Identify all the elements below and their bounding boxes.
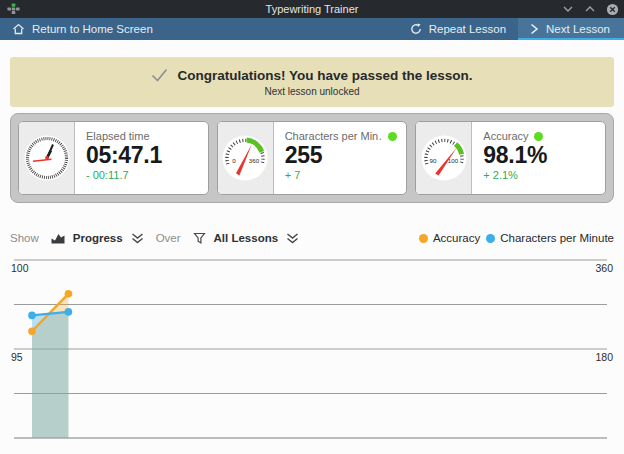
toolbar-spacer <box>165 18 398 40</box>
filter-funnel-icon <box>193 232 206 245</box>
repeat-lesson-label: Repeat Lesson <box>429 23 506 35</box>
card-delta: - 00:11.7 <box>86 169 199 181</box>
legend-accuracy-label: Accuracy <box>433 232 480 244</box>
card-delta: + 7 <box>285 169 398 181</box>
checkmark-icon <box>151 68 168 82</box>
app-icon <box>7 3 20 16</box>
next-lesson-label: Next Lesson <box>546 23 610 35</box>
status-badge <box>388 132 397 141</box>
legend-cpm-swatch <box>486 234 495 243</box>
show-label: Show <box>10 232 39 244</box>
stats-panel: Elapsed time 05:47.1 - 00:11.7 0 360 Cha… <box>10 113 614 203</box>
show-value[interactable]: Progress <box>73 232 123 244</box>
return-home-button[interactable]: Return to Home Screen <box>0 18 165 40</box>
next-lesson-button[interactable]: Next Lesson <box>518 18 624 40</box>
card-label: Characters per Min… <box>285 130 384 142</box>
window-title: Typewriting Trainer <box>0 3 624 15</box>
accuracy-card: 90 100 Accuracy 98.1% + 2.1% <box>415 121 606 195</box>
over-label: Over <box>156 232 181 244</box>
svg-text:180: 180 <box>595 351 613 363</box>
speed-gauge-icon: 0 360 <box>218 122 274 194</box>
return-home-label: Return to Home Screen <box>32 23 153 35</box>
refresh-icon <box>410 23 422 35</box>
card-value: 255 <box>285 142 398 168</box>
cpm-card: 0 360 Characters per Min… 255 + 7 <box>217 121 408 195</box>
maximize-button[interactable] <box>583 2 597 16</box>
progress-chart-icon <box>51 232 65 244</box>
card-label: Accuracy <box>483 130 528 142</box>
svg-text:100: 100 <box>11 262 29 274</box>
minimize-button[interactable] <box>561 2 575 16</box>
chart-legend: Accuracy Characters per Minute <box>419 232 614 244</box>
card-value: 98.1% <box>483 142 596 168</box>
legend-cpm-label: Characters per Minute <box>500 232 614 244</box>
banner-subtitle: Next lesson unlocked <box>264 86 359 97</box>
accuracy-gauge-icon: 90 100 <box>416 122 472 194</box>
progress-chart: 10095360180 <box>0 254 624 454</box>
card-delta: + 2.1% <box>483 169 596 181</box>
titlebar: Typewriting Trainer <box>0 0 624 18</box>
legend-accuracy: Accuracy <box>419 232 480 244</box>
repeat-lesson-button[interactable]: Repeat Lesson <box>398 18 518 40</box>
svg-text:360: 360 <box>249 157 260 164</box>
svg-text:95: 95 <box>11 351 23 363</box>
svg-text:360: 360 <box>595 262 613 274</box>
chart-controls: Show Progress Over All Lessons Accuracy … <box>10 227 614 249</box>
banner-title: Congratulations! You have passed the les… <box>177 68 472 83</box>
over-value[interactable]: All Lessons <box>214 232 279 244</box>
close-button[interactable] <box>605 2 619 16</box>
result-banner: Congratulations! You have passed the les… <box>10 57 614 107</box>
clock-icon <box>19 122 75 194</box>
toolbar: Return to Home Screen Repeat Lesson Next… <box>0 18 624 40</box>
elapsed-time-card: Elapsed time 05:47.1 - 00:11.7 <box>18 121 209 195</box>
svg-text:0: 0 <box>232 157 236 164</box>
card-label: Elapsed time <box>86 130 150 142</box>
legend-accuracy-swatch <box>419 234 428 243</box>
card-value: 05:47.1 <box>86 142 199 168</box>
double-chevron-down-icon[interactable] <box>131 233 144 244</box>
home-icon <box>12 23 25 35</box>
next-arrow-icon <box>530 23 539 35</box>
legend-cpm: Characters per Minute <box>486 232 614 244</box>
status-badge <box>534 132 543 141</box>
double-chevron-down-icon[interactable] <box>286 233 299 244</box>
svg-text:90: 90 <box>429 157 436 164</box>
